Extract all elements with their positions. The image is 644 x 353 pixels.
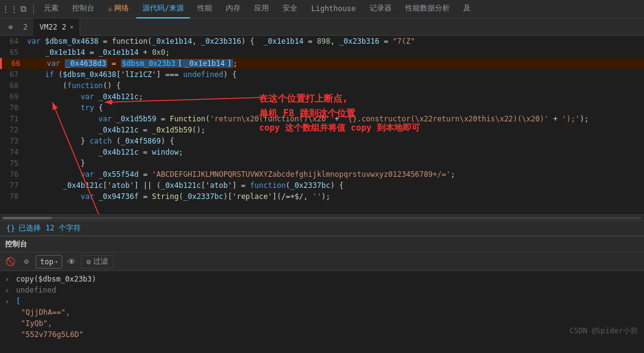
line-number: 76 [0,170,25,179]
line-number: 66 [2,59,27,68]
code-line-67: 67 if ($dbsm_0x4638['lIz1CZ'] === undefi… [0,69,644,80]
tab-more[interactable]: 及 [457,0,477,18]
line-number: 65 [0,48,25,57]
tab-lighthouse[interactable]: Lighthouse [305,0,361,18]
code-line-70: 70 try { [0,102,644,113]
line-content: _0x4b121c = window; [25,148,644,156]
line-number: 70 [0,103,25,112]
code-line-78: 78 var _0x94736f = String(_0x2337bc)['re… [0,191,644,202]
devtools-dock-icon[interactable]: ⧉ [17,3,30,15]
code-line-77: 77 _0x4b121c['atob'] || (_0x4b121c['atob… [0,180,644,191]
line-number: 71 [0,115,25,123]
tab-network-label: 网络 [114,3,129,14]
line-number: 74 [0,148,25,156]
tab-performance[interactable]: 性能 [191,0,218,18]
console-input-line-2: › [ [0,296,644,307]
line-content: } catch (_0x4f5869) { [25,137,644,145]
line-content: _0x1e1b14 = _0x1e1b14 + 0x0; [25,48,644,57]
console-output: › copy($dbsm_0x23b3) ‹ undefined › [ "Qj… [0,271,644,343]
line-content: _0x4b121c = _0x1d5b59(); [25,126,644,134]
horizontal-scrollbar[interactable] [0,214,644,221]
file-tab-vm22[interactable]: VM22 2 ✕ [33,18,80,36]
devtools-menu-icon[interactable]: ⋮⋮ [4,3,16,15]
file-tab-label: VM22 2 [39,23,66,31]
filter-icon: ⚙ [86,258,91,266]
filter-label: 过滤 [93,256,108,267]
code-line-76: 76 var _0x55f54d = 'ABCDEFGHIJKLMNOPQRST… [0,169,644,180]
console-output-text-3: "552v776g5L6D" [16,330,83,339]
chevron-down-icon: ▾ [55,259,58,265]
code-line-75: 75 } [0,158,644,169]
console-output-line-1: "QjjDhA==", [0,307,644,318]
input-arrow-2: › [5,298,9,306]
console-output-line-2: "IyQb", [0,318,644,329]
scroll-thumb[interactable] [2,217,52,219]
line-number: 77 [0,181,25,190]
line-number: 69 [0,92,25,101]
code-line-66: 66 var _0x4638d3 = $dbsm_0x23b3[_0x1e1b1… [0,58,644,69]
tab-sources[interactable]: 源代码/来源 [136,0,190,18]
file-count-badge: 2 [23,23,27,31]
console-result-text-1: undefined [16,286,56,294]
filter-toggle-btn[interactable]: ⊘ [20,255,33,269]
tab-perf-insights[interactable]: 性能数据分析 [399,0,456,18]
console-input-line-1: › copy($dbsm_0x23b3) [0,274,644,285]
console-output-text-1: "QjjDhA==", [16,308,70,317]
line-content: var _0x1d5b59 = Function('return\x20(fun… [25,115,644,123]
tab-security[interactable]: 安全 [276,0,303,18]
code-editor: 64 var $dbsm_0x4638 = function(_0x1e1b14… [0,36,644,214]
code-line-73: 73 } catch (_0x4f5869) { [0,136,644,147]
line-content: (function() { [25,81,644,90]
code-line-65: 65 _0x1e1b14 = _0x1e1b14 + 0x0; [0,47,644,58]
warning-icon: ⚠ [108,4,112,13]
new-tab-btn[interactable]: ⊕ [4,20,17,34]
line-content: } [25,159,644,168]
tab-recorder[interactable]: 记录器 [363,0,398,18]
console-toolbar: 🚫 ⊘ top ▾ 👁 ⚙ 过滤 [0,253,644,271]
status-text: 已选择 12 个字符 [19,223,81,233]
console-input-text-2: [ [16,297,20,306]
console-title: 控制台 [5,239,27,250]
line-number: 73 [0,137,25,145]
status-icon: {} [6,224,15,233]
line-number: 68 [0,81,25,90]
line-content: var _0x94736f = String(_0x2337bc)['repla… [25,192,644,201]
code-line-74: 74 _0x4b121c = window; [0,147,644,158]
filter-input[interactable]: ⚙ 过滤 [81,255,114,269]
tab-memory[interactable]: 内存 [220,0,247,18]
console-output-text-2: "IyQb", [16,319,52,328]
console-input-text-1: copy($dbsm_0x23b3) [16,275,96,283]
top-context-selector[interactable]: top ▾ [36,255,62,269]
line-content: try { [25,103,644,112]
console-header: 控制台 [0,235,644,253]
tab-network[interactable]: ⚠ 网络 [102,0,135,18]
code-line-64: 64 var $dbsm_0x4638 = function(_0x1e1b14… [0,36,644,47]
close-tab-btn[interactable]: ✕ [70,23,73,30]
line-number: 75 [0,159,25,168]
console-output-line-3: "552v776g5L6D" [0,329,644,340]
file-list-btn[interactable]: 2 [19,20,32,34]
input-arrow: › [5,275,9,283]
code-line-68: 68 (function() { [0,80,644,91]
tab-elements[interactable]: 元素 [38,0,65,18]
top-selector-label: top [40,258,54,266]
tab-console[interactable]: 控制台 [66,0,101,18]
clear-console-btn[interactable]: 🚫 [4,255,17,269]
line-number: 67 [0,70,25,79]
line-content: var _0x4638d3 = $dbsm_0x23b3[_0x1e1b14]; [27,59,644,68]
top-toolbar: ⋮⋮ ⧉ 元素 控制台 ⚠ 网络 源代码/来源 性能 内存 应用 安全 Ligh… [0,0,644,18]
code-line-69: 69 var _0x4b121c; [0,91,644,102]
line-number: 72 [0,126,25,134]
line-content: var _0x4b121c; [25,92,644,101]
file-tab-bar: ⊕ 2 VM22 2 ✕ [0,18,644,36]
code-line-72: 72 _0x4b121c = _0x1d5b59(); [0,124,644,136]
console-result-line-1: ‹ undefined [0,285,644,296]
line-number: 64 [0,37,25,46]
watermark: CSDN @Spider小郭 [569,326,638,336]
console-panel: 控制台 🚫 ⊘ top ▾ 👁 ⚙ 过滤 › copy($dbsm_0x23b3… [0,235,644,343]
watch-expressions-btn[interactable]: 👁 [65,255,78,269]
tab-application[interactable]: 应用 [248,0,275,18]
line-number: 78 [0,192,25,201]
line-content: _0x4b121c['atob'] || (_0x4b121c['atob'] … [25,181,644,190]
scroll-track [2,217,642,219]
